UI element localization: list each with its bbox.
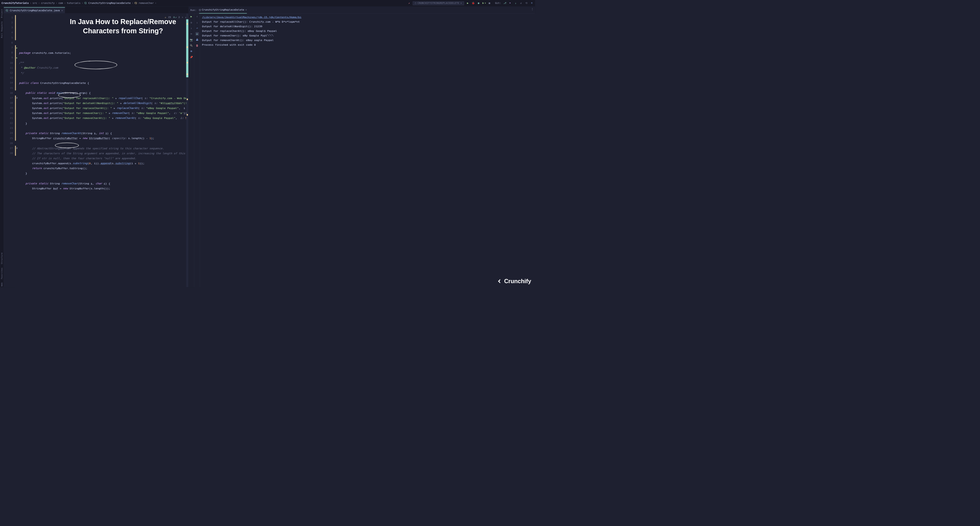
code-line[interactable]: System.out.println("Output for removeCha… bbox=[19, 110, 189, 115]
git-rollback-icon[interactable]: ⟲ bbox=[525, 2, 528, 5]
line-number: 6 bbox=[4, 40, 15, 45]
side-tab-web[interactable]: Web bbox=[1, 282, 3, 287]
up-arrow-icon[interactable]: ↑ bbox=[182, 14, 183, 19]
warning-count: 15 bbox=[168, 14, 171, 19]
code-line[interactable] bbox=[19, 55, 189, 60]
warning-icon[interactable]: ⚠ bbox=[165, 14, 166, 19]
line-number: 14 bbox=[4, 80, 15, 85]
run-toolbar-right: ↑ ↓ ⏎ ⇊ 🖶 🗑 bbox=[194, 13, 200, 287]
code-line[interactable]: System.out.println("Output for replaceCh… bbox=[19, 105, 189, 110]
run-button[interactable]: ▶ bbox=[466, 2, 469, 5]
breadcrumb-class[interactable]: CrunchifyStringReplaceDelete bbox=[88, 2, 130, 5]
code-line[interactable]: System.out.println("Output for replaceAl… bbox=[19, 95, 189, 100]
code-line[interactable] bbox=[19, 176, 189, 181]
code-line[interactable]: StringBuffer buf = new StringBuffer(s.le… bbox=[19, 186, 189, 191]
plug-icon[interactable]: 🔌 bbox=[189, 43, 193, 47]
pin-icon[interactable]: 📌 bbox=[189, 55, 193, 59]
run-tab-name: CrunchifyStringReplaceDelete bbox=[202, 8, 244, 11]
line-number: 28 bbox=[4, 151, 15, 156]
code-line[interactable]: System.out.println("Output for removeCha… bbox=[19, 116, 189, 121]
git-label: Git: bbox=[495, 2, 501, 5]
up-arrow-icon[interactable]: ↑ bbox=[196, 14, 199, 18]
soft-wrap-icon[interactable]: ⏎ bbox=[196, 26, 199, 30]
code-line[interactable]: return crunchifyBuffer.toString(); bbox=[19, 166, 189, 171]
line-number: 17@ bbox=[4, 95, 15, 100]
git-pull-icon[interactable]: ⇣ bbox=[514, 2, 517, 5]
debug-button[interactable]: 🐞 bbox=[472, 2, 475, 5]
run-config-selector[interactable]: ▢ CRUNCHIFYSTRINGREPLACEDELETE ▾ bbox=[413, 2, 464, 5]
code-line[interactable]: // AbstractStringBuilder Appends the spe… bbox=[19, 146, 189, 151]
breadcrumb-method[interactable]: removeChar bbox=[138, 2, 154, 5]
code-line[interactable]: System.out.println("Output for deleteAll… bbox=[19, 100, 189, 105]
breadcrumb-item[interactable]: crunchify bbox=[41, 2, 54, 5]
line-number: 3 bbox=[4, 25, 15, 30]
code-line[interactable] bbox=[19, 126, 189, 130]
side-tab-project[interactable]: Project bbox=[1, 8, 3, 19]
stop-button[interactable]: ■ bbox=[487, 2, 491, 5]
git-branch-icon[interactable]: ⎇ bbox=[503, 2, 507, 5]
run-config-icon: ▢ bbox=[415, 2, 416, 5]
side-tab-structure[interactable]: Structure bbox=[1, 252, 3, 265]
run-panel-tab[interactable]: ▢ CrunchifyStringReplaceDelete × bbox=[199, 6, 247, 13]
code-line[interactable]: * @author Crunchify.com bbox=[19, 65, 189, 70]
code-line[interactable] bbox=[19, 75, 189, 80]
code-line[interactable] bbox=[19, 140, 189, 146]
code-line[interactable]: public static void main(String[] args) { bbox=[19, 91, 189, 95]
search-everywhere-icon[interactable]: ⌗ bbox=[530, 2, 533, 5]
settings-icon[interactable]: ⚙ bbox=[189, 21, 193, 24]
side-tab-pull-requests[interactable]: Pull Requests bbox=[1, 21, 3, 38]
run-panel: Run: ▢ CrunchifyStringReplaceDelete × ⋮ … bbox=[188, 7, 535, 288]
line-number: 16 bbox=[4, 91, 15, 95]
console-line: /Library/Java/JavaVirtualMachines/jdk-15… bbox=[202, 14, 533, 19]
code-line[interactable]: public class CrunchifyStringReplaceDelet… bbox=[19, 80, 189, 85]
code-line[interactable]: private static String removeCharAt(Strin… bbox=[19, 130, 189, 135]
line-number: 1 bbox=[4, 15, 15, 20]
profile-button[interactable]: ⏵▾ bbox=[482, 2, 486, 5]
code-pane[interactable]: In Java How to Replace/RemoveCharacters … bbox=[15, 13, 189, 287]
line-number: 24 bbox=[4, 130, 15, 135]
top-nav: CrunchifyTutorials › src › crunchify › c… bbox=[0, 0, 535, 7]
file-tab[interactable]: ⓒ CrunchifyStringReplaceDelete.java × bbox=[4, 7, 65, 13]
code-line[interactable]: } bbox=[19, 121, 189, 126]
line-number: 2 bbox=[4, 20, 15, 25]
kebab-menu-icon[interactable]: ⋮ bbox=[531, 8, 533, 11]
scroll-end-icon[interactable]: ⇊ bbox=[196, 32, 199, 36]
rerun-button[interactable]: ▶ bbox=[189, 14, 193, 18]
code-line[interactable]: /** bbox=[19, 60, 189, 65]
code-line[interactable]: StringBuffer crunchifyBuffer = new Strin… bbox=[19, 135, 189, 140]
hint-icon[interactable]: Ａ↗ bbox=[173, 14, 177, 19]
down-arrow-icon[interactable]: ↓ bbox=[189, 26, 193, 30]
git-push-icon[interactable]: ➤ bbox=[508, 2, 512, 5]
code-line[interactable]: // The characters of the String argument… bbox=[19, 151, 189, 156]
coverage-button[interactable]: ◉ bbox=[477, 2, 480, 5]
line-number: 18 bbox=[4, 100, 15, 105]
camera-icon[interactable]: 📷 bbox=[189, 38, 193, 41]
code-line[interactable]: // If str is null, then the four charact… bbox=[19, 156, 189, 161]
code-line[interactable]: */ bbox=[19, 70, 189, 75]
breadcrumb-item[interactable]: tutorials bbox=[67, 2, 80, 5]
close-icon[interactable]: × bbox=[61, 9, 63, 12]
hint-count: 2 bbox=[178, 14, 180, 19]
print-icon[interactable]: 🖶 bbox=[196, 38, 199, 41]
chevron-right-icon: › bbox=[30, 2, 32, 5]
layout-icon[interactable]: ⊞ bbox=[189, 49, 193, 53]
delete-icon[interactable]: 🗑 bbox=[196, 43, 199, 47]
code-line[interactable]: } bbox=[19, 171, 189, 176]
code-line[interactable]: crunchifyBuffer.append(s.substring(0, i)… bbox=[19, 161, 189, 166]
code-line[interactable]: package crunchify.com.tutorials; bbox=[19, 50, 189, 55]
code-line[interactable]: private static String removeChar(String … bbox=[19, 181, 189, 186]
git-history-icon[interactable]: ↺ bbox=[519, 2, 523, 5]
line-number: 25 bbox=[4, 135, 15, 140]
line-number: 8 bbox=[4, 50, 15, 55]
breadcrumb: CrunchifyTutorials › src › crunchify › c… bbox=[2, 2, 156, 5]
breadcrumb-root[interactable]: CrunchifyTutorials bbox=[2, 2, 29, 5]
down-arrow-icon[interactable]: ↓ bbox=[196, 21, 199, 24]
console-output[interactable]: /Library/Java/JavaVirtualMachines/jdk-15… bbox=[200, 13, 535, 287]
breadcrumb-item[interactable]: src bbox=[33, 2, 37, 5]
breadcrumb-item[interactable]: com bbox=[59, 2, 63, 5]
close-icon[interactable]: × bbox=[245, 8, 247, 11]
build-icon[interactable]: ↗ bbox=[407, 2, 411, 5]
chevron-right-icon: › bbox=[132, 2, 133, 5]
side-tab-favorites[interactable]: Favorites bbox=[1, 267, 3, 280]
code-line[interactable] bbox=[19, 85, 189, 90]
